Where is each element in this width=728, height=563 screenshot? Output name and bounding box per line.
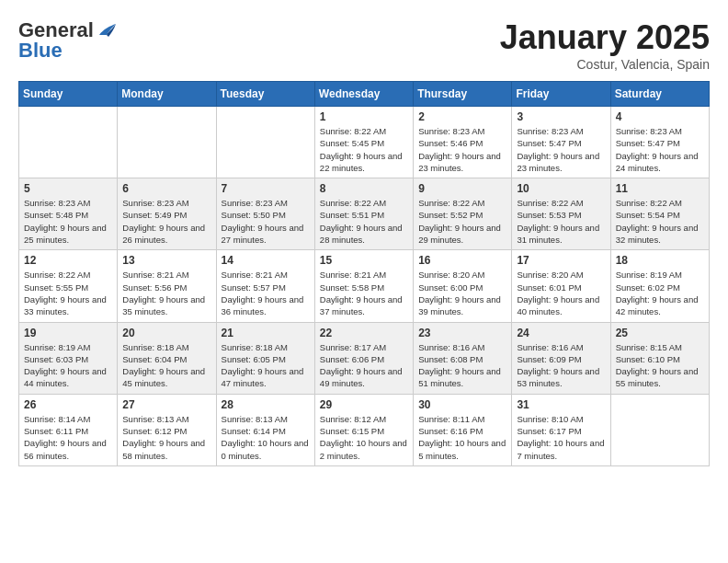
day-info-line: Sunset: 6:02 PM xyxy=(616,282,704,293)
day-number: 13 xyxy=(122,254,210,267)
day-number: 19 xyxy=(24,327,112,339)
day-info-line: Daylight: 9 hours and 45 minutes. xyxy=(122,365,210,390)
day-info-line: Daylight: 9 hours and 42 minutes. xyxy=(616,293,704,318)
calendar-day-cell: 29Sunrise: 8:12 AMSunset: 6:15 PMDayligh… xyxy=(314,394,413,465)
day-info-line: Daylight: 10 hours and 0 minutes. xyxy=(222,437,310,462)
day-of-week-header: Friday xyxy=(512,82,610,107)
day-info: Sunrise: 8:23 AMSunset: 5:47 PMDaylight:… xyxy=(616,125,704,174)
calendar-day-cell xyxy=(216,107,314,178)
day-info-line: Sunrise: 8:23 AM xyxy=(616,125,704,137)
day-info: Sunrise: 8:10 AMSunset: 6:17 PMDaylight:… xyxy=(517,413,605,462)
day-info-line: Daylight: 9 hours and 26 minutes. xyxy=(122,222,210,247)
day-info-line: Sunset: 6:01 PM xyxy=(517,282,605,293)
day-number: 29 xyxy=(320,398,408,411)
day-info: Sunrise: 8:23 AMSunset: 5:46 PMDaylight:… xyxy=(418,125,506,174)
day-info: Sunrise: 8:21 AMSunset: 5:58 PMDaylight:… xyxy=(320,269,408,317)
day-number: 9 xyxy=(418,182,506,195)
day-info-line: Daylight: 9 hours and 23 minutes. xyxy=(418,150,506,175)
day-number: 4 xyxy=(616,110,704,123)
calendar-day-cell: 14Sunrise: 8:21 AMSunset: 5:57 PMDayligh… xyxy=(216,250,314,322)
day-info-line: Sunset: 5:50 PM xyxy=(222,209,310,221)
day-number: 21 xyxy=(222,327,310,339)
logo-blue-text: Blue xyxy=(18,39,63,63)
day-number: 31 xyxy=(517,398,605,411)
day-info: Sunrise: 8:22 AMSunset: 5:54 PMDaylight:… xyxy=(616,197,704,246)
day-info-line: Sunset: 6:15 PM xyxy=(320,425,408,437)
day-info-line: Sunrise: 8:21 AM xyxy=(222,269,310,281)
day-info-line: Sunrise: 8:18 AM xyxy=(222,341,310,353)
day-number: 27 xyxy=(122,398,210,411)
day-number: 15 xyxy=(320,254,408,267)
calendar-week-row: 19Sunrise: 8:19 AMSunset: 6:03 PMDayligh… xyxy=(19,322,710,394)
day-info-line: Sunset: 5:57 PM xyxy=(222,282,310,293)
calendar-day-cell: 10Sunrise: 8:22 AMSunset: 5:53 PMDayligh… xyxy=(512,178,610,250)
day-info-line: Sunset: 6:14 PM xyxy=(222,425,310,437)
calendar-day-cell: 27Sunrise: 8:13 AMSunset: 6:12 PMDayligh… xyxy=(118,394,216,465)
day-number: 6 xyxy=(122,182,210,195)
day-info-line: Daylight: 9 hours and 24 minutes. xyxy=(616,150,704,175)
page-header: General Blue January 2025 Costur, Valenc… xyxy=(18,18,710,72)
day-info-line: Sunset: 6:12 PM xyxy=(122,425,210,437)
day-number: 28 xyxy=(222,398,310,411)
calendar-day-cell xyxy=(118,107,216,178)
day-info-line: Sunrise: 8:22 AM xyxy=(418,197,506,209)
day-info-line: Daylight: 9 hours and 39 minutes. xyxy=(418,293,506,318)
calendar-header-row: SundayMondayTuesdayWednesdayThursdayFrid… xyxy=(19,82,710,107)
day-info: Sunrise: 8:22 AMSunset: 5:53 PMDaylight:… xyxy=(517,197,605,246)
day-info: Sunrise: 8:22 AMSunset: 5:55 PMDaylight:… xyxy=(24,269,112,317)
day-info-line: Daylight: 9 hours and 51 minutes. xyxy=(418,365,506,390)
calendar-day-cell: 7Sunrise: 8:23 AMSunset: 5:50 PMDaylight… xyxy=(216,178,314,250)
calendar-day-cell: 3Sunrise: 8:23 AMSunset: 5:47 PMDaylight… xyxy=(512,107,610,178)
day-info-line: Sunset: 6:00 PM xyxy=(418,282,506,293)
day-info: Sunrise: 8:11 AMSunset: 6:16 PMDaylight:… xyxy=(418,413,506,462)
day-info-line: Sunset: 5:58 PM xyxy=(320,282,408,293)
calendar-day-cell: 17Sunrise: 8:20 AMSunset: 6:01 PMDayligh… xyxy=(512,250,610,322)
day-info: Sunrise: 8:18 AMSunset: 6:05 PMDaylight:… xyxy=(222,341,310,390)
day-info-line: Sunrise: 8:21 AM xyxy=(320,269,408,281)
day-info-line: Sunrise: 8:22 AM xyxy=(320,125,408,137)
day-info-line: Sunrise: 8:13 AM xyxy=(122,413,210,425)
day-info: Sunrise: 8:22 AMSunset: 5:45 PMDaylight:… xyxy=(320,125,408,174)
day-of-week-header: Saturday xyxy=(610,82,709,107)
location: Costur, Valencia, Spain xyxy=(500,57,710,72)
day-info-line: Sunset: 5:53 PM xyxy=(517,209,605,221)
calendar-day-cell: 30Sunrise: 8:11 AMSunset: 6:16 PMDayligh… xyxy=(414,394,512,465)
day-info-line: Sunset: 5:56 PM xyxy=(122,282,210,293)
day-info: Sunrise: 8:23 AMSunset: 5:49 PMDaylight:… xyxy=(122,197,210,246)
calendar-day-cell: 22Sunrise: 8:17 AMSunset: 6:06 PMDayligh… xyxy=(314,322,413,394)
day-number: 25 xyxy=(616,327,704,339)
day-number: 12 xyxy=(24,254,112,267)
day-info: Sunrise: 8:19 AMSunset: 6:03 PMDaylight:… xyxy=(24,341,112,390)
day-number: 7 xyxy=(222,182,310,195)
day-info-line: Sunrise: 8:16 AM xyxy=(418,341,506,353)
day-info-line: Sunset: 5:54 PM xyxy=(616,209,704,221)
day-info-line: Sunset: 6:03 PM xyxy=(24,353,112,365)
calendar-day-cell: 8Sunrise: 8:22 AMSunset: 5:51 PMDaylight… xyxy=(314,178,413,250)
day-info-line: Daylight: 10 hours and 5 minutes. xyxy=(418,437,506,462)
day-info-line: Sunrise: 8:17 AM xyxy=(320,341,408,353)
calendar-day-cell: 6Sunrise: 8:23 AMSunset: 5:49 PMDaylight… xyxy=(118,178,216,250)
day-info: Sunrise: 8:19 AMSunset: 6:02 PMDaylight:… xyxy=(616,269,704,317)
day-of-week-header: Sunday xyxy=(19,82,118,107)
calendar-day-cell: 28Sunrise: 8:13 AMSunset: 6:14 PMDayligh… xyxy=(216,394,314,465)
calendar-day-cell: 16Sunrise: 8:20 AMSunset: 6:00 PMDayligh… xyxy=(414,250,512,322)
day-number: 17 xyxy=(517,254,605,267)
day-info: Sunrise: 8:20 AMSunset: 6:00 PMDaylight:… xyxy=(418,269,506,317)
day-info: Sunrise: 8:22 AMSunset: 5:51 PMDaylight:… xyxy=(320,197,408,246)
day-info: Sunrise: 8:23 AMSunset: 5:47 PMDaylight:… xyxy=(517,125,605,174)
day-info-line: Sunset: 6:04 PM xyxy=(122,353,210,365)
day-of-week-header: Thursday xyxy=(414,82,512,107)
day-info-line: Daylight: 9 hours and 22 minutes. xyxy=(320,150,408,175)
day-info-line: Sunset: 5:49 PM xyxy=(122,209,210,221)
day-info-line: Sunrise: 8:23 AM xyxy=(222,197,310,209)
day-info-line: Sunset: 5:47 PM xyxy=(517,137,605,149)
day-info-line: Sunrise: 8:20 AM xyxy=(418,269,506,281)
day-number: 26 xyxy=(24,398,112,411)
month-title: January 2025 xyxy=(500,18,710,57)
calendar-day-cell: 15Sunrise: 8:21 AMSunset: 5:58 PMDayligh… xyxy=(314,250,413,322)
day-info-line: Sunrise: 8:19 AM xyxy=(616,269,704,281)
day-info: Sunrise: 8:23 AMSunset: 5:48 PMDaylight:… xyxy=(24,197,112,246)
day-info-line: Daylight: 9 hours and 36 minutes. xyxy=(222,293,310,318)
day-info-line: Sunrise: 8:21 AM xyxy=(122,269,210,281)
day-info-line: Sunset: 6:08 PM xyxy=(418,353,506,365)
